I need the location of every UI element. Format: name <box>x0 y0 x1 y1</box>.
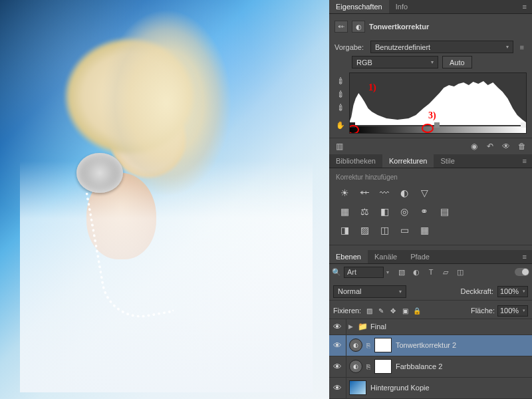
toggle-visibility-icon[interactable]: 👁 <box>500 141 512 152</box>
link-icon[interactable]: ⎘ <box>366 342 370 349</box>
visibility-toggle[interactable]: 👁 <box>329 335 346 356</box>
posterize-icon[interactable]: ▨ <box>357 223 372 237</box>
filter-toggle[interactable] <box>515 268 529 276</box>
add-adjustment-label: Korrektur hinzufügen <box>334 172 527 185</box>
tab-channels[interactable]: Kanäle <box>368 250 404 263</box>
layer-folder[interactable]: 👁 ▶ 📁 Final <box>329 319 532 335</box>
filter-pixel-icon[interactable]: ▧ <box>396 267 408 277</box>
layer-thumbnail[interactable] <box>349 380 366 395</box>
link-icon[interactable]: ⎘ <box>366 363 370 370</box>
photo-filter-icon[interactable]: ◎ <box>397 205 412 218</box>
lock-transparency-icon[interactable]: ▨ <box>364 306 374 315</box>
reset-icon[interactable]: ↶ <box>484 141 496 152</box>
threshold-icon[interactable]: ◫ <box>377 223 392 237</box>
tab-layers[interactable]: Ebenen <box>329 250 368 263</box>
layers-tabs: Ebenen Kanäle Pfade ≡ <box>329 250 532 264</box>
visibility-toggle[interactable]: 👁 <box>329 378 346 398</box>
levels-icon: ⬴ <box>334 21 348 33</box>
folder-icon: 📁 <box>358 322 368 331</box>
lock-pixels-icon[interactable]: ✎ <box>376 306 386 315</box>
view-previous-icon[interactable]: ◉ <box>468 141 480 152</box>
panels-dock: Eigenschaften Info ≡ ⬴ ◐ Tonwertkorrektu… <box>329 0 532 399</box>
layer-filter-row: 🔍 ▾ ▧ ◐ T ▱ ◫ <box>329 264 532 281</box>
folder-arrow-icon[interactable]: ▶ <box>348 323 353 330</box>
adjustment-title: Tonwertkorrektur <box>369 23 429 31</box>
tab-styles[interactable]: Stile <box>434 154 461 168</box>
brightness-icon[interactable]: ☀ <box>337 186 352 200</box>
layer-item[interactable]: 👁 ◐ ⎘ Tonwertkorrektur 2 <box>329 335 532 356</box>
exposure-icon[interactable]: ◐ <box>397 186 412 200</box>
selective-color-icon[interactable]: ▦ <box>417 223 432 237</box>
annotation-circle-3 <box>422 124 434 133</box>
vibrance-icon[interactable]: ▽ <box>417 186 432 200</box>
mask-icon[interactable]: ◐ <box>352 21 365 33</box>
panel-menu-icon[interactable]: ≡ <box>517 0 532 13</box>
layer-item[interactable]: 👁 Hintergrund Kopie <box>329 378 532 399</box>
hand-icon[interactable]: ✋ <box>334 119 346 131</box>
preset-label: Vorgabe: <box>334 43 366 51</box>
tab-adjustments[interactable]: Korrekturen <box>382 154 434 168</box>
filter-adjustment-icon[interactable]: ◐ <box>410 267 422 277</box>
layers-list: 👁 ▶ 📁 Final 👁 ◐ ⎘ Tonwertkorrektur 2 👁 ◐… <box>329 319 532 399</box>
gradient-map-icon[interactable]: ▭ <box>397 223 412 237</box>
tab-properties[interactable]: Eigenschaften <box>329 0 389 13</box>
adjustment-thumb-icon: ◐ <box>349 360 362 373</box>
lock-artboard-icon[interactable]: ▣ <box>400 306 410 315</box>
adjustments-tabs: Bibliotheken Korrekturen Stile ≡ <box>329 154 532 168</box>
adjustments-panel: Korrektur hinzufügen ☀ ⬴ 〰 ◐ ▽ ▦ ⚖ ◧ ◎ ⚭… <box>329 168 532 245</box>
visibility-toggle[interactable]: 👁 <box>329 319 346 334</box>
invert-icon[interactable]: ◨ <box>337 223 352 237</box>
fill-label: Fläche: <box>471 307 495 315</box>
clip-to-layer-icon[interactable]: ▥ <box>333 141 345 152</box>
layer-filter-input[interactable] <box>344 267 384 278</box>
tab-libraries[interactable]: Bibliotheken <box>329 154 382 168</box>
layer-mask[interactable] <box>374 338 392 352</box>
opacity-input[interactable]: 100% <box>497 286 528 297</box>
visibility-toggle[interactable]: 👁 <box>329 356 346 377</box>
search-icon: 🔍 <box>332 268 341 277</box>
histogram[interactable]: 1) 2) 3) <box>349 72 527 134</box>
layer-name[interactable]: Final <box>370 323 386 331</box>
tab-paths[interactable]: Pfade <box>404 250 436 263</box>
white-point-slider[interactable] <box>521 122 526 128</box>
color-lookup-icon[interactable]: ▤ <box>437 205 452 218</box>
adjustment-thumb-icon: ◐ <box>349 338 362 352</box>
delete-icon[interactable]: 🗑 <box>516 141 528 152</box>
fill-input[interactable]: 100% <box>497 305 528 317</box>
channel-mixer-icon[interactable]: ⚭ <box>417 205 432 218</box>
image-overlay <box>20 7 313 392</box>
levels-adj-icon[interactable]: ⬴ <box>357 186 372 200</box>
preset-menu-icon[interactable]: ≡ <box>517 42 527 53</box>
filter-smart-icon[interactable]: ◫ <box>454 267 466 277</box>
tab-info[interactable]: Info <box>389 0 414 13</box>
eyedropper-white-icon[interactable]: ✐ <box>332 99 348 116</box>
layer-name[interactable]: Hintergrund Kopie <box>370 384 430 392</box>
color-balance-icon[interactable]: ⚖ <box>357 205 372 218</box>
canvas-viewport[interactable] <box>0 0 329 399</box>
channel-select[interactable]: RGB <box>352 56 438 68</box>
properties-tabs: Eigenschaften Info ≡ <box>329 0 532 14</box>
layer-name[interactable]: Farbbalance 2 <box>396 362 442 370</box>
layer-item[interactable]: 👁 ◐ ⎘ Farbbalance 2 <box>329 356 532 378</box>
panel-menu-icon[interactable]: ≡ <box>517 250 532 263</box>
layer-name[interactable]: Tonwertkorrektur 2 <box>396 341 456 349</box>
opacity-label: Deckkraft: <box>460 287 493 295</box>
blend-mode-select[interactable]: Normal <box>333 285 406 298</box>
annotation-3: 3) <box>428 110 436 121</box>
layer-mask[interactable] <box>374 359 392 374</box>
lock-all-icon[interactable]: 🔒 <box>412 306 422 315</box>
bw-icon[interactable]: ◧ <box>377 205 392 218</box>
panel-menu-icon[interactable]: ≡ <box>517 154 532 168</box>
mid-point-slider[interactable] <box>434 122 440 128</box>
auto-button[interactable]: Auto <box>442 56 472 68</box>
filter-shape-icon[interactable]: ▱ <box>440 267 452 277</box>
annotation-circle-2 <box>349 125 359 134</box>
filter-type-icon[interactable]: T <box>425 267 437 277</box>
properties-panel: ⬴ ◐ Tonwertkorrektur Vorgabe: Benutzerde… <box>329 14 532 138</box>
curves-icon[interactable]: 〰 <box>377 186 392 200</box>
hue-sat-icon[interactable]: ▦ <box>337 205 352 218</box>
lock-label: Fixieren: <box>333 307 361 315</box>
annotation-1: 1) <box>368 82 376 93</box>
preset-select[interactable]: Benutzerdefiniert <box>370 41 513 53</box>
lock-position-icon[interactable]: ✥ <box>388 306 398 315</box>
